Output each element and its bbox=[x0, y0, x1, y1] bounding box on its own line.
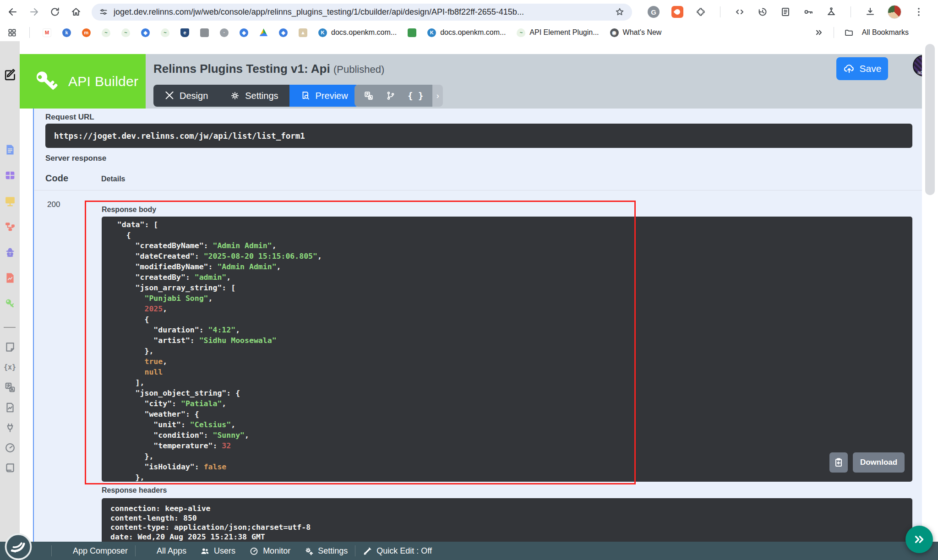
bookmark-leaf-icon: ~ bbox=[161, 28, 169, 37]
extensions-puzzle-icon[interactable] bbox=[695, 6, 706, 17]
forward-icon[interactable] bbox=[28, 6, 39, 17]
bookmark-item[interactable]: ◉What's New bbox=[610, 28, 662, 37]
app-title-text: Relinns Plugins Testing v1: Api bbox=[153, 62, 330, 76]
footer-item-label: Users bbox=[214, 546, 235, 556]
footer-item-all-apps[interactable]: All Apps bbox=[143, 546, 186, 556]
report-builder-icon[interactable] bbox=[4, 272, 16, 284]
home-icon[interactable] bbox=[71, 6, 82, 17]
bookmark-item[interactable]: ▲ bbox=[299, 28, 307, 37]
code-line: }, bbox=[108, 451, 912, 462]
bookmark-badge-icon: ◆ bbox=[141, 28, 150, 37]
benchmark-icon[interactable] bbox=[826, 6, 837, 17]
bookmark-item[interactable]: m bbox=[82, 28, 91, 37]
userview-builder-icon[interactable] bbox=[4, 195, 16, 207]
bookmark-item[interactable]: Kdocs.openkm.com... bbox=[318, 28, 397, 37]
details-column-header: Details bbox=[101, 175, 125, 183]
footer-item-settings[interactable]: Settings bbox=[304, 546, 348, 556]
divider bbox=[51, 545, 52, 556]
response-headers-code[interactable]: connection: keep-alivecontent-length: 85… bbox=[102, 498, 912, 542]
tab-preview[interactable]: Preview bbox=[289, 85, 359, 107]
page-title: Relinns Plugins Testing v1: Api (Publish… bbox=[153, 62, 384, 76]
profile-avatar[interactable] bbox=[888, 5, 901, 19]
copy-button[interactable] bbox=[829, 452, 848, 473]
bookmark-item[interactable]: ~ bbox=[102, 28, 110, 37]
report-icon[interactable] bbox=[4, 402, 16, 413]
bookmark-image-icon: ▲ bbox=[299, 28, 307, 37]
tune-icon[interactable] bbox=[99, 7, 108, 16]
bookmark-star-icon[interactable] bbox=[615, 7, 625, 17]
plugin-icon[interactable] bbox=[4, 422, 16, 434]
bookmark-item[interactable] bbox=[259, 28, 268, 37]
bookmark-item[interactable]: Kdocs.openkm.com... bbox=[427, 28, 506, 37]
copy-clipboard-icon bbox=[833, 457, 844, 468]
all-bookmarks-folder-icon[interactable] bbox=[844, 28, 854, 38]
footer-menu: App ComposerAll AppsUsersMonitorSettings… bbox=[59, 545, 432, 556]
bookmark-item[interactable]: ~API Element Plugin... bbox=[517, 28, 599, 37]
edit-icon[interactable] bbox=[3, 68, 17, 82]
all-bookmarks-label[interactable]: All Bookmarks bbox=[862, 28, 909, 37]
downloads-icon[interactable] bbox=[865, 6, 876, 17]
back-icon[interactable] bbox=[7, 6, 18, 17]
menu-kebab-icon[interactable] bbox=[913, 6, 924, 17]
note-icon[interactable] bbox=[4, 341, 16, 353]
history-icon[interactable] bbox=[757, 6, 768, 17]
address-bar[interactable]: joget.dev.relinns.com/jw/web/console/app… bbox=[92, 4, 632, 21]
request-url-value[interactable]: https://joget.dev.relinns.com/jw/api/lis… bbox=[45, 124, 912, 148]
footer-item-app-composer[interactable]: App Composer bbox=[59, 546, 128, 556]
bookmark-item[interactable]: · bbox=[220, 28, 229, 37]
bookmark-item[interactable]: M bbox=[43, 28, 51, 37]
process-builder-icon[interactable] bbox=[4, 220, 16, 233]
bookmark-item[interactable] bbox=[200, 28, 209, 37]
bookmark-list: Mkm~~◆~e·◆◆▲Kdocs.openkm.com...Kdocs.ope… bbox=[43, 28, 661, 37]
footer-item-label: All Apps bbox=[157, 546, 186, 556]
save-button[interactable]: Save bbox=[836, 57, 888, 80]
bookmark-item[interactable]: ◆ bbox=[240, 28, 248, 37]
all-apps-icon bbox=[143, 546, 153, 556]
reading-list-icon[interactable] bbox=[780, 6, 791, 17]
translate-icon[interactable] bbox=[4, 381, 16, 393]
code-line: "json_object_string": { bbox=[108, 388, 912, 398]
divider bbox=[834, 27, 834, 38]
response-body-code[interactable]: "data": [ { "createdByName": "Admin Admi… bbox=[102, 217, 912, 482]
bookmark-item[interactable]: ◆ bbox=[279, 28, 288, 37]
scrollbar-thumb[interactable] bbox=[925, 44, 935, 195]
footer-item-monitor[interactable]: Monitor bbox=[249, 546, 290, 556]
form-builder-icon[interactable] bbox=[4, 143, 16, 156]
branch-icon[interactable] bbox=[386, 91, 396, 101]
tab-groups-icon[interactable] bbox=[7, 28, 16, 37]
agent-builder-icon[interactable] bbox=[4, 246, 16, 259]
grammarly-icon[interactable]: G bbox=[648, 6, 660, 18]
footer-item-quick-edit-off[interactable]: Quick Edit : Off bbox=[363, 546, 432, 556]
chevron-right-icon[interactable]: › bbox=[432, 85, 443, 107]
bookmark-item[interactable]: ◆ bbox=[141, 28, 150, 37]
bookmark-item[interactable]: ~ bbox=[121, 28, 130, 37]
passwords-key-icon[interactable] bbox=[803, 6, 814, 17]
url-text[interactable]: joget.dev.relinns.com/jw/web/console/app… bbox=[114, 7, 609, 17]
bookmark-item[interactable]: e bbox=[180, 28, 189, 37]
bookmark-item[interactable]: ~ bbox=[161, 28, 169, 37]
bookmark-item[interactable]: k bbox=[62, 28, 71, 37]
bookmark-item[interactable] bbox=[408, 28, 416, 37]
reload-icon[interactable] bbox=[49, 6, 60, 17]
api-builder-icon[interactable] bbox=[4, 297, 16, 310]
expand-button[interactable] bbox=[905, 526, 933, 553]
download-button[interactable]: Download bbox=[853, 452, 905, 473]
variable-icon[interactable]: {x} bbox=[4, 361, 16, 373]
preview-doc-icon bbox=[300, 91, 311, 101]
code-line: ], bbox=[108, 377, 912, 388]
translate-icon[interactable] bbox=[364, 91, 374, 101]
builder-tabs: Design Settings Preview bbox=[153, 85, 359, 107]
datalist-builder-icon[interactable] bbox=[4, 169, 16, 182]
tab-settings[interactable]: Settings bbox=[219, 85, 289, 107]
orange-extension-icon[interactable] bbox=[671, 6, 683, 18]
tab-design[interactable]: Design bbox=[153, 85, 219, 107]
braces-icon[interactable]: { } bbox=[408, 91, 423, 101]
performance-icon[interactable] bbox=[4, 442, 16, 454]
log-icon[interactable] bbox=[4, 462, 16, 474]
code-line: "createdBy": "admin", bbox=[108, 272, 912, 283]
app-builder-title: API Builder bbox=[68, 74, 138, 89]
joget-logo[interactable] bbox=[4, 532, 33, 560]
bookmarks-overflow-icon[interactable] bbox=[814, 28, 823, 37]
footer-item-users[interactable]: Users bbox=[200, 546, 235, 556]
code-panel-icon[interactable] bbox=[734, 6, 745, 17]
